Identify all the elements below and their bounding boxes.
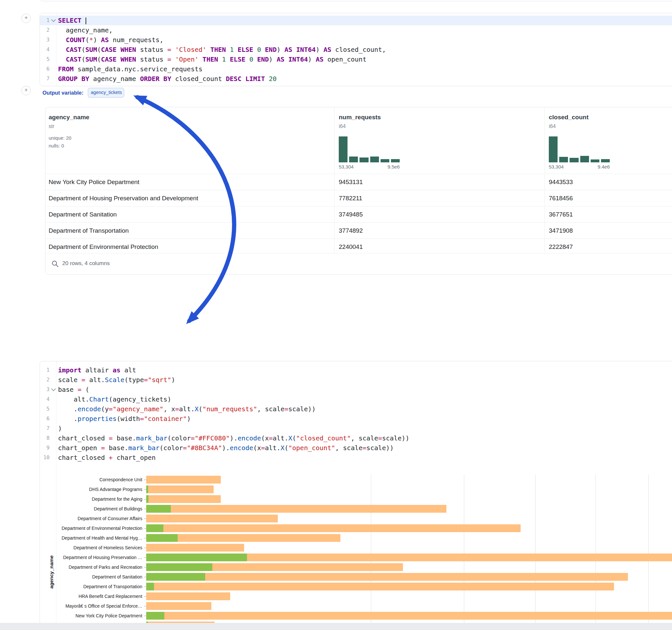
y-axis-tick: [144, 518, 146, 519]
line-number: 1: [40, 16, 50, 25]
fold-spacer: [50, 54, 57, 64]
y-axis-tick: [144, 616, 146, 616]
fold-spacer: [50, 64, 57, 74]
bar-open: [146, 534, 178, 542]
chart-gridline: [596, 475, 596, 630]
bar-closed: [146, 612, 672, 620]
histogram-bar: [559, 157, 568, 162]
code-line[interactable]: 1SELECT: [40, 16, 672, 25]
chart-gridline: [464, 475, 464, 630]
histogram-bar: [349, 156, 358, 162]
table-row[interactable]: Department of Sanitation37494853677651: [45, 206, 672, 222]
table-row[interactable]: Department of Transportation377489234719…: [45, 222, 672, 239]
code-line[interactable]: 8chart_closed = base.mark_bar(color="#FF…: [40, 433, 672, 443]
y-axis-tick: [144, 577, 146, 577]
code-text: agency_name,: [57, 25, 113, 35]
table-cell: 2240041: [339, 239, 363, 255]
table-cell: Department of Housing Preservation and D…: [49, 190, 198, 206]
table-cell: New York City Police Department: [49, 174, 139, 190]
table-cell: 7618456: [549, 190, 573, 206]
table-row[interactable]: Department of Housing Preservation and D…: [45, 190, 672, 206]
fold-spacer: [50, 375, 57, 385]
fold-spacer: [50, 394, 57, 404]
text-cursor: [86, 18, 86, 24]
code-line[interactable]: 10chart_closed + chart_open: [40, 453, 672, 462]
code-text: GROUP BY agency_name ORDER BY closed_cou…: [57, 74, 277, 83]
table-cell: Department of Environmental Protection: [49, 239, 158, 255]
bar-open: [146, 554, 247, 561]
y-axis-tick: [144, 489, 146, 490]
add-cell-button[interactable]: +: [21, 14, 31, 23]
table-cell: 3774892: [339, 223, 363, 239]
code-line[interactable]: 6FROM sample_data.nyc.service_requests: [40, 64, 672, 74]
code-line[interactable]: 7GROUP BY agency_name ORDER BY closed_co…: [40, 74, 672, 83]
line-number: 6: [40, 414, 50, 423]
code-text: chart_closed = base.mark_bar(color="#FFC…: [57, 433, 409, 443]
y-axis-tick: [144, 538, 146, 538]
code-text: CAST(SUM(CASE WHEN status = 'Closed' THE…: [57, 45, 386, 54]
code-line[interactable]: 1import altair as alt: [40, 365, 672, 375]
code-text: .encode(y="agency_name", x=alt.X("num_re…: [57, 404, 316, 414]
code-text: alt.Chart(agency_tickets): [57, 394, 171, 404]
output-variable-badge[interactable]: agency_tickets: [88, 88, 124, 98]
table-cell: 7782211: [339, 190, 362, 206]
table-row[interactable]: New York City Police Department945313194…: [45, 174, 672, 190]
code-text: COUNT(*) AS num_requests,: [57, 35, 163, 45]
column-histogram: [549, 137, 610, 162]
y-axis-tick: [144, 606, 146, 606]
code-line[interactable]: 5 .encode(y="agency_name", x=alt.X("num_…: [40, 404, 672, 414]
code-text: FROM sample_data.nyc.service_requests: [57, 64, 202, 74]
table-cell: 2222847: [549, 239, 573, 255]
bar-open: [146, 573, 205, 581]
code-line[interactable]: 4 alt.Chart(agency_tickets): [40, 394, 672, 404]
line-number: 4: [40, 45, 50, 54]
code-line[interactable]: 3base = (: [40, 385, 672, 394]
histogram-bar: [391, 159, 400, 162]
code-line[interactable]: 5 CAST(SUM(CASE WHEN status = 'Open' THE…: [40, 54, 672, 64]
sql-code-editor[interactable]: 1SELECT 2 agency_name,3 COUNT(*) AS num_…: [40, 16, 672, 83]
bar-open: [146, 612, 164, 620]
line-number: 3: [40, 385, 50, 394]
column-type: i64: [339, 123, 345, 129]
line-number: 7: [40, 74, 50, 83]
line-number: 3: [40, 35, 50, 45]
histogram-bar: [370, 156, 379, 162]
line-number: 5: [40, 404, 50, 414]
bar-closed: [146, 544, 244, 552]
bar-closed: [146, 476, 221, 484]
column-type: str: [49, 123, 54, 129]
fold-chevron-icon[interactable]: [50, 385, 57, 394]
histogram-bar: [360, 158, 368, 162]
column-stat: nulls: 0: [49, 143, 64, 148]
code-line[interactable]: 6 .properties(width="container"): [40, 414, 672, 423]
line-number: 10: [40, 453, 50, 462]
table-row[interactable]: Department of Environmental Protection22…: [45, 239, 672, 255]
bar-closed: [146, 573, 628, 581]
line-number: 2: [40, 25, 50, 35]
y-axis-tick: [144, 499, 146, 500]
bar-closed: [146, 485, 214, 493]
fold-spacer: [50, 365, 57, 375]
code-line[interactable]: 7): [40, 423, 672, 433]
python-code-editor[interactable]: 1import altair as alt2scale = alt.Scale(…: [40, 365, 672, 462]
y-axis-tick: [144, 548, 146, 548]
code-line[interactable]: 2scale = alt.Scale(type="sqrt"): [40, 375, 672, 385]
histogram-bar: [381, 159, 389, 162]
fold-chevron-icon[interactable]: [50, 16, 57, 25]
code-text: import altair as alt: [57, 365, 136, 375]
code-line[interactable]: 9chart_open = base.mark_bar(color="#8BC3…: [40, 443, 672, 453]
code-text: CAST(SUM(CASE WHEN status = 'Open' THEN …: [57, 54, 366, 64]
histogram-bar: [591, 160, 599, 162]
search-icon[interactable]: [51, 260, 59, 269]
code-line[interactable]: 3 COUNT(*) AS num_requests,: [40, 35, 672, 45]
bar-open: [146, 563, 212, 571]
column-title: closed_count: [549, 114, 589, 121]
y-axis-tick: [144, 557, 146, 558]
table-cell: 3471908: [549, 223, 573, 239]
bar-closed: [146, 515, 278, 523]
y-axis-tick: [144, 596, 146, 597]
code-line[interactable]: 2 agency_name,: [40, 25, 672, 35]
code-line[interactable]: 4 CAST(SUM(CASE WHEN status = 'Closed' T…: [40, 45, 672, 54]
add-cell-button[interactable]: +: [21, 86, 31, 95]
chart-gridline: [648, 475, 649, 630]
